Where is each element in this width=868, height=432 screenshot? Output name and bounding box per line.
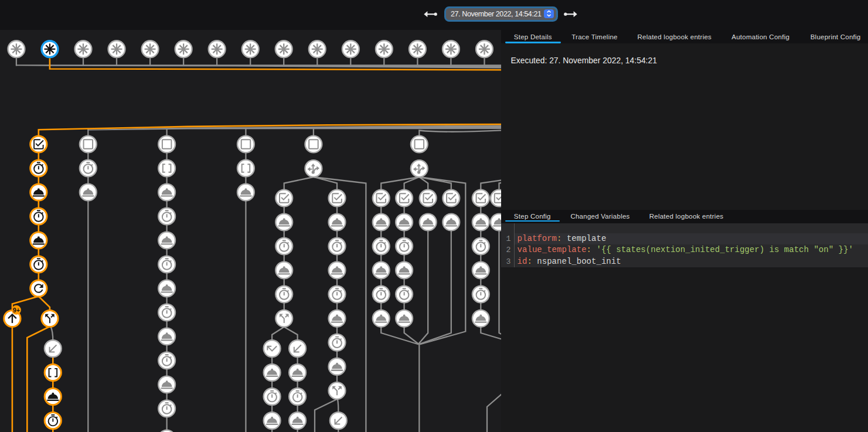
svg-text:9+: 9+ xyxy=(13,307,20,314)
